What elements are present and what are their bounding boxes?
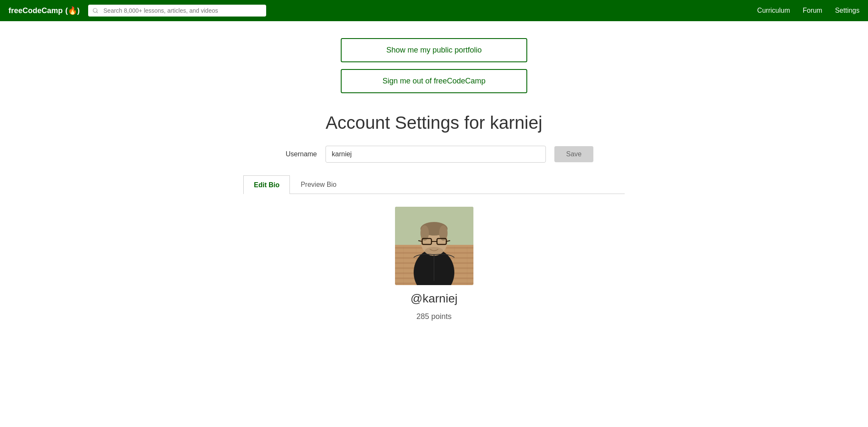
forum-link[interactable]: Forum [803, 7, 822, 14]
navbar-links: Curriculum Forum Settings [757, 7, 860, 14]
search-icon [92, 8, 98, 14]
tabs-container: Edit Bio Preview Bio [243, 175, 625, 194]
avatar [395, 207, 473, 285]
signout-button[interactable]: Sign me out of freeCodeCamp [341, 69, 527, 93]
brand-text: freeCodeCamp [8, 6, 63, 15]
account-title: Account Settings for karniej [326, 113, 542, 133]
profile-preview: @karniej 285 points [395, 207, 473, 321]
username-input[interactable] [326, 146, 546, 163]
brand-logo[interactable]: freeCodeCamp (🔥) [8, 6, 80, 15]
search-container [88, 5, 266, 17]
avatar-image [395, 207, 473, 285]
username-row: Username Save [243, 146, 625, 163]
curriculum-link[interactable]: Curriculum [757, 7, 790, 14]
flame-icon: (🔥) [65, 6, 80, 15]
tab-edit-bio[interactable]: Edit Bio [243, 175, 290, 194]
search-input[interactable] [88, 5, 266, 17]
username-label: Username [275, 150, 317, 158]
navbar: freeCodeCamp (🔥) Curriculum Forum Settin… [0, 0, 868, 21]
tab-preview-bio[interactable]: Preview Bio [290, 175, 347, 194]
search-wrapper [88, 5, 266, 17]
main-content: Show me my public portfolio Sign me out … [0, 21, 868, 347]
profile-points: 285 points [416, 312, 451, 321]
portfolio-button[interactable]: Show me my public portfolio [341, 38, 527, 62]
svg-line-1 [97, 12, 98, 13]
save-button[interactable]: Save [554, 146, 593, 162]
settings-link[interactable]: Settings [835, 7, 860, 14]
profile-handle: @karniej [411, 292, 458, 305]
